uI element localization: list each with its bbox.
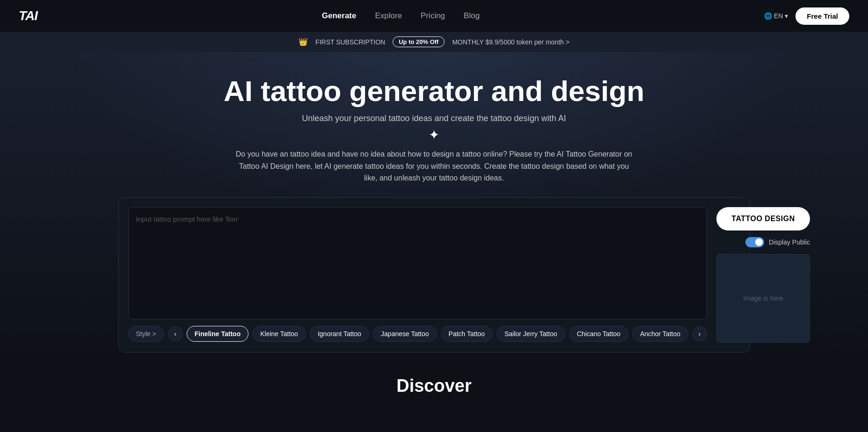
promo-badge[interactable]: Up to 20% Off [393, 36, 445, 47]
style-sailor-jerry[interactable]: Sailor Jerry Tattoo [496, 326, 565, 342]
free-trial-button[interactable]: Free Trial [795, 7, 849, 25]
style-kleine[interactable]: Kleine Tattoo [252, 326, 306, 342]
hero-description: Do you have an tattoo idea and have no i… [224, 148, 645, 184]
display-public-row: Display Public [716, 237, 810, 247]
style-fineline[interactable]: Fineline Tattoo [187, 326, 249, 342]
nav-right: 🌐 EN ▾ Free Trial [764, 7, 849, 25]
lang-label: EN [774, 12, 783, 20]
lang-selector[interactable]: 🌐 EN ▾ [764, 12, 788, 20]
nav-blog[interactable]: Blog [464, 11, 480, 21]
display-public-toggle[interactable] [745, 237, 764, 247]
promo-label: FIRST SUBSCRIPTION [315, 38, 385, 46]
hero-title: AI tattoo generator and design [224, 75, 644, 107]
image-placeholder-text: Image is here [744, 295, 783, 302]
chevron-down-icon: ▾ [785, 12, 788, 20]
style-japanese[interactable]: Japanese Tattoo [373, 326, 437, 342]
tattoo-design-button[interactable]: TATTOO DESIGN [716, 207, 810, 230]
promo-cta[interactable]: MONTHLY $9.9/5000 token per month > [452, 38, 569, 46]
navbar: TAI Generate Explore Pricing Blog 🌐 EN ▾… [0, 0, 868, 32]
discover-section: Discover [0, 353, 868, 405]
sparkle-icon: ✦ [429, 127, 439, 143]
style-anchor[interactable]: Anchor Tattoo [632, 326, 688, 342]
globe-icon: 🌐 [764, 12, 772, 20]
promo-banner: 👑 FIRST SUBSCRIPTION Up to 20% Off MONTH… [0, 32, 868, 52]
promo-icon: 👑 [299, 37, 308, 46]
nav-links: Generate Explore Pricing Blog [322, 11, 480, 21]
toggle-knob [755, 238, 763, 246]
style-ignorant[interactable]: Ignorant Tattoo [310, 326, 369, 342]
hero-subtitle: Unleash your personal tattoo ideas and c… [302, 114, 566, 123]
logo[interactable]: TAI [19, 8, 37, 23]
discover-title: Discover [9, 376, 859, 396]
style-next-button[interactable]: › [692, 326, 707, 341]
nav-pricing[interactable]: Pricing [421, 11, 445, 21]
style-pills: Style > ‹ Fineline Tattoo Kleine Tattoo … [128, 326, 708, 342]
generator-left-panel: Style > ‹ Fineline Tattoo Kleine Tattoo … [128, 207, 708, 343]
style-prev-button[interactable]: ‹ [168, 326, 183, 341]
display-public-label: Display Public [769, 238, 810, 246]
prompt-input[interactable] [128, 207, 708, 319]
nav-generate[interactable]: Generate [322, 11, 357, 21]
generator-right-panel: TATTOO DESIGN Display Public Image is he… [716, 207, 810, 343]
nav-explore[interactable]: Explore [375, 11, 402, 21]
style-chicano[interactable]: Chicano Tattoo [569, 326, 628, 342]
hero-section: AI tattoo generator and design Unleash y… [0, 52, 868, 353]
generator-card: Style > ‹ Fineline Tattoo Kleine Tattoo … [118, 197, 750, 353]
style-label-button[interactable]: Style > [128, 326, 164, 342]
image-preview: Image is here [716, 254, 810, 343]
style-patch[interactable]: Patch Tattoo [441, 326, 493, 342]
